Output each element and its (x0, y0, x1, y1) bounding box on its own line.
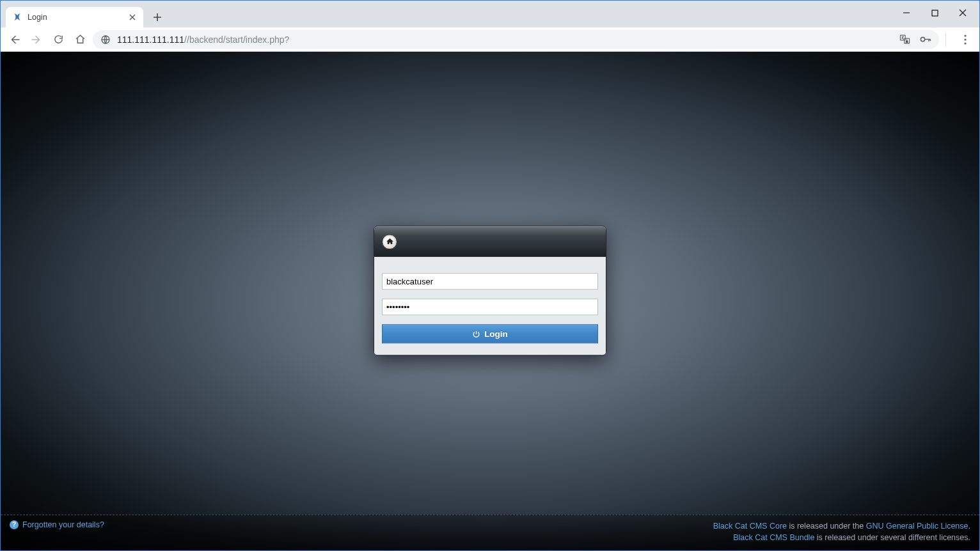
tab-favicon-icon (12, 12, 22, 22)
footer-line-1: Black Cat CMS Core is released under the… (713, 520, 970, 532)
forgot-details-link[interactable]: Forgotten your details? (22, 520, 104, 529)
toolbar-separator (945, 33, 946, 47)
nav-forward-button[interactable] (28, 31, 45, 49)
power-icon (472, 330, 480, 338)
browser-window: Login (0, 0, 980, 551)
page-footer: ? Forgotten your details? Black Cat CMS … (1, 515, 979, 551)
nav-back-button[interactable] (6, 31, 24, 49)
tab-title: Login (28, 13, 123, 22)
site-info-icon[interactable] (100, 35, 111, 45)
password-key-icon[interactable] (919, 33, 931, 45)
svg-point-7 (964, 42, 966, 44)
home-icon[interactable] (382, 234, 397, 249)
close-window-button[interactable] (949, 3, 977, 22)
help-icon: ? (10, 520, 19, 529)
window-controls (892, 1, 977, 25)
svg-point-4 (921, 37, 924, 41)
reload-button[interactable] (49, 31, 67, 49)
svg-point-5 (964, 35, 966, 36)
tab-strip: Login (1, 1, 979, 27)
browser-toolbar: 111.111.111.111//backend/start/index.php… (1, 27, 979, 52)
minimize-button[interactable] (892, 3, 921, 22)
close-tab-icon[interactable] (128, 13, 137, 22)
login-dialog: Login (374, 226, 606, 355)
gpl-link[interactable]: GNU General Public License (866, 522, 968, 531)
address-bar[interactable]: 111.111.111.111//backend/start/index.php… (93, 30, 939, 49)
browser-menu-button[interactable] (956, 31, 974, 49)
login-button-label: Login (484, 329, 508, 339)
cms-bundle-link[interactable]: Black Cat CMS Bundle (733, 533, 814, 542)
cms-core-link[interactable]: Black Cat CMS Core (713, 522, 787, 531)
browser-tab[interactable]: Login (6, 7, 143, 27)
username-input[interactable] (382, 273, 598, 290)
password-input[interactable] (382, 299, 598, 315)
translate-icon[interactable] (899, 34, 910, 45)
url-text: 111.111.111.111//backend/start/index.php… (117, 35, 289, 45)
svg-point-6 (964, 38, 966, 40)
new-tab-button[interactable] (148, 8, 166, 26)
url-path: //backend/start/index.php? (184, 35, 289, 45)
page-viewport: Login ? Forgotten your details? Black Ca… (1, 52, 979, 550)
login-header (374, 226, 606, 257)
url-host: 111.111.111.111 (117, 35, 184, 45)
login-form: Login (374, 259, 606, 355)
login-button[interactable]: Login (382, 324, 598, 343)
maximize-button[interactable] (921, 3, 949, 22)
footer-line-2: Black Cat CMS Bundle is released under s… (713, 532, 970, 544)
svg-rect-0 (932, 10, 938, 16)
home-button[interactable] (71, 31, 89, 49)
